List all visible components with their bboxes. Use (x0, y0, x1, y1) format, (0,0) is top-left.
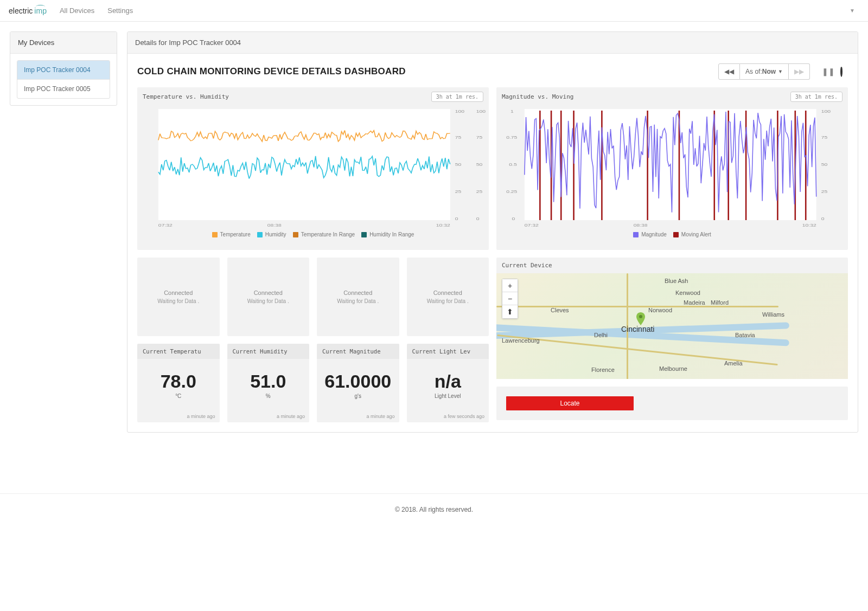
chart-title: Temperature vs. Humidity (143, 93, 229, 100)
metric-magnitude: Current Magnitude 61.0000g's a minute ag… (317, 344, 399, 422)
svg-text:07:32: 07:32 (525, 223, 539, 228)
nav-settings[interactable]: Settings (107, 7, 133, 15)
device-list-item[interactable]: Imp POC Tracker 0005 (17, 80, 110, 98)
svg-text:50: 50 (476, 162, 483, 167)
svg-text:10:32: 10:32 (436, 223, 450, 228)
map-zoom-out-button[interactable]: − (502, 292, 518, 305)
details-header: Details for Imp POC Tracker 0004 (127, 32, 858, 54)
svg-text:0: 0 (821, 216, 825, 221)
status-tile: Connected Waiting for Data . (407, 258, 489, 336)
svg-text:10:32: 10:32 (802, 223, 816, 228)
map-zoom-controls: + − ⬆ (502, 279, 518, 319)
status-tile: Connected Waiting for Data . (317, 258, 399, 336)
temperature-humidity-plot[interactable]: 100 75 50 25 0 100 75 50 25 0 (137, 106, 489, 228)
magnitude-plot[interactable]: 1 0.75 0.5 0.25 0 100 75 50 25 0 (496, 106, 848, 228)
device-list-item[interactable]: Imp POC Tracker 0004 (17, 61, 110, 80)
nav-all-devices[interactable]: All Devices (60, 7, 94, 15)
footer: © 2018. All rights reserved. (0, 493, 868, 525)
device-list: Imp POC Tracker 0004 Imp POC Tracker 000… (17, 60, 110, 99)
chart-temperature-humidity: Temperature vs. Humidity 3h at 1m res. 1… (137, 87, 489, 250)
svg-text:25: 25 (821, 189, 828, 194)
locate-card: Locate (496, 387, 848, 420)
time-next-button[interactable]: ▶▶ (789, 63, 810, 80)
brand-logo: electricimp (9, 7, 47, 15)
svg-text:0.25: 0.25 (506, 189, 517, 194)
refresh-spinner[interactable] (835, 67, 848, 76)
my-devices-panel: My Devices Imp POC Tracker 0004 Imp POC … (10, 31, 117, 106)
svg-text:100: 100 (821, 109, 831, 114)
dashboard-title: COLD CHAIN MONITORING DEVICE DETAILS DAS… (137, 66, 406, 77)
svg-text:0: 0 (476, 216, 480, 221)
pause-icon: ❚❚ (822, 67, 835, 76)
svg-text:0: 0 (512, 216, 515, 221)
svg-text:1: 1 (510, 109, 514, 114)
chevron-down-icon: ▼ (778, 69, 783, 74)
metric-temperature: Current Temperatu 78.0°C a minute ago (137, 344, 220, 422)
chart-resolution-badge: 3h at 1m res. (790, 92, 843, 102)
chart-legend: Magnitude Moving Alert (496, 228, 848, 242)
svg-text:0.75: 0.75 (506, 135, 517, 140)
svg-text:0: 0 (455, 216, 458, 221)
chart-resolution-badge: 3h at 1m res. (431, 92, 483, 102)
spinner-icon (840, 66, 843, 77)
svg-rect-0 (158, 109, 450, 220)
top-bar: electricimp All Devices Settings ▼ (0, 0, 868, 22)
forward-icon: ▶▶ (794, 68, 804, 75)
svg-text:0.5: 0.5 (509, 162, 516, 167)
map-viewport[interactable]: Cincinnati Blue Ash Kenwood Madeira Milf… (496, 273, 848, 379)
rewind-icon: ◀◀ (724, 68, 734, 75)
map-title: Current Device (502, 262, 552, 269)
svg-text:75: 75 (455, 135, 462, 140)
svg-text:07:32: 07:32 (158, 223, 173, 228)
svg-text:25: 25 (476, 189, 483, 194)
svg-text:50: 50 (455, 162, 462, 167)
my-devices-header: My Devices (10, 32, 117, 54)
svg-text:75: 75 (476, 135, 483, 140)
map-zoom-in-button[interactable]: + (502, 279, 518, 292)
locate-button[interactable]: Locate (506, 396, 634, 410)
svg-text:100: 100 (476, 109, 486, 114)
metric-humidity: Current Humidity 51.0% a minute ago (227, 344, 310, 422)
details-panel: Details for Imp POC Tracker 0004 COLD CH… (127, 31, 858, 433)
status-tile: Connected Waiting for Data . (137, 258, 220, 336)
svg-text:08:38: 08:38 (634, 223, 648, 228)
metric-light: Current Light Lev n/aLight Level a few s… (407, 344, 489, 422)
user-menu-caret-icon[interactable]: ▼ (850, 8, 855, 14)
svg-text:100: 100 (455, 109, 464, 114)
svg-text:50: 50 (821, 162, 828, 167)
compass-icon: ⬆ (507, 307, 513, 316)
map-pin-icon (636, 312, 645, 325)
time-prev-button[interactable]: ◀◀ (718, 63, 740, 80)
chart-legend: Temperature Humidity Temperature In Rang… (137, 228, 489, 242)
chart-magnitude-moving: Magnitude vs. Moving 3h at 1m res. 1 0.7… (496, 87, 848, 250)
svg-point-41 (639, 315, 642, 318)
svg-text:75: 75 (821, 135, 828, 140)
time-asof-dropdown[interactable]: As of: Now ▼ (740, 63, 789, 80)
plus-icon: + (508, 281, 512, 290)
map-card: Current Device Cincinnati Blue Ash Kenwo… (496, 258, 848, 379)
svg-text:08:38: 08:38 (267, 223, 282, 228)
time-toolbar: ◀◀ As of: Now ▼ ▶▶ ❚❚ (718, 63, 848, 80)
pause-button[interactable]: ❚❚ (822, 67, 835, 76)
chart-title: Magnitude vs. Moving (502, 93, 573, 100)
map-compass-button[interactable]: ⬆ (502, 305, 518, 318)
minus-icon: − (508, 294, 512, 303)
svg-text:25: 25 (455, 189, 462, 194)
status-tile: Connected Waiting for Data . (227, 258, 310, 336)
